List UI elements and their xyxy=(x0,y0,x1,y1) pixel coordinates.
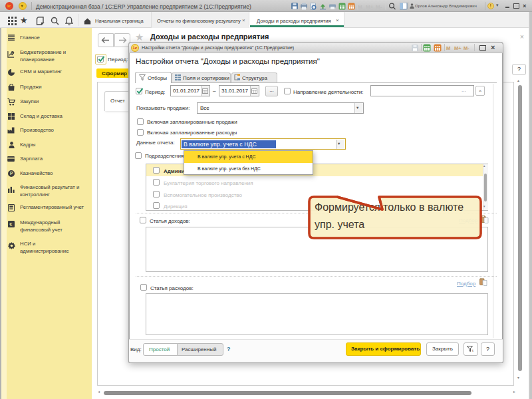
svg-text:€: € xyxy=(9,221,12,227)
svg-text:t: t xyxy=(472,348,473,352)
svg-text:Р: Р xyxy=(10,171,13,176)
svg-text:M-: M- xyxy=(376,4,382,10)
svg-text:M: M xyxy=(358,4,362,10)
svg-text:M+: M+ xyxy=(366,4,374,10)
